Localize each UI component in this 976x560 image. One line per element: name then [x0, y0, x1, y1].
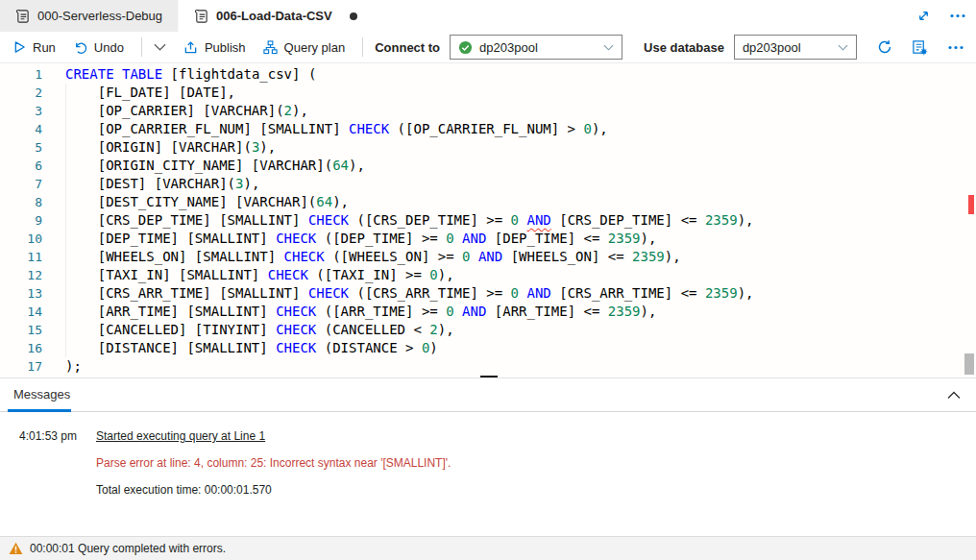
line-number: 11	[0, 248, 42, 266]
code-text: [OP_CARRIER] [VARCHAR](2),	[42, 102, 308, 120]
line-number: 15	[0, 321, 42, 339]
line-number: 5	[0, 138, 42, 157]
collapse-panel-chevron-up-icon[interactable]	[943, 384, 964, 405]
code-text: [DISTANCE] [SMALLINT] CHECK (DISTANCE > …	[42, 339, 438, 357]
refresh-icon[interactable]	[874, 37, 895, 58]
message-timestamp: 4:01:53 pm	[19, 429, 96, 443]
toolbar-right-actions	[909, 37, 966, 58]
tab-006-load-data-csv[interactable]: 006-Load-Data-CSV	[179, 0, 373, 32]
line-number: 4	[0, 120, 42, 138]
code-line[interactable]: 4 [OP_CARRIER_FL_NUM] [SMALLINT] CHECK (…	[0, 120, 976, 138]
line-number: 16	[0, 339, 42, 357]
expand-icon[interactable]	[913, 6, 934, 27]
code-line[interactable]: 11 [WHEELS_ON] [SMALLINT] CHECK ([WHEELS…	[0, 248, 976, 266]
sql-script-icon	[194, 9, 208, 24]
code-line[interactable]: 9 [CRS_DEP_TIME] [SMALLINT] CHECK ([CRS_…	[0, 211, 976, 230]
connected-check-icon	[458, 40, 473, 55]
use-database-dropdown[interactable]: dp203pool	[734, 35, 857, 60]
publish-label: Publish	[205, 40, 246, 55]
code-line[interactable]: 10 [DEP_TIME] [SMALLINT] CHECK ([DEP_TIM…	[0, 230, 976, 248]
message-row: Parse error at line: 4, column: 25: Inco…	[0, 456, 976, 483]
query-settings-icon[interactable]	[909, 37, 930, 58]
synapse-sql-editor-window: 000-Serverless-Debug 006-Load-Data-CSV R…	[0, 0, 976, 560]
more-run-options-dropdown[interactable]	[154, 43, 166, 51]
tab-messages[interactable]: Messages	[13, 387, 70, 402]
error-message-text: Parse error at line: 4, column: 25: Inco…	[96, 456, 451, 470]
messages-panel: Messages 4:01:53 pmStarted executing que…	[0, 378, 976, 536]
line-number: 2	[0, 84, 42, 102]
code-line[interactable]: 13 [CRS_ARR_TIME] [SMALLINT] CHECK ([CRS…	[0, 284, 976, 303]
code-line[interactable]: 2 [FL_DATE] [DATE],	[0, 84, 976, 102]
chevron-down-icon	[603, 44, 614, 51]
vertical-scrollbar-thumb[interactable]	[964, 353, 974, 375]
line-number: 9	[0, 211, 42, 230]
code-line[interactable]: 3 [OP_CARRIER] [VARCHAR](2),	[0, 102, 976, 120]
toolbar-separator	[362, 37, 363, 57]
status-bar: 00:00:01 Query completed with errors.	[0, 536, 976, 560]
code-text: [WHEELS_ON] [SMALLINT] CHECK ([WHEELS_ON…	[42, 248, 681, 266]
message-text[interactable]: Started executing query at Line 1	[96, 429, 265, 443]
more-actions-icon[interactable]	[947, 6, 968, 27]
code-text: [FL_DATE] [DATE],	[42, 84, 235, 102]
code-text: [CRS_DEP_TIME] [SMALLINT] CHECK ([CRS_DE…	[42, 211, 754, 230]
code-line[interactable]: 6 [ORIGIN_CITY_NAME] [VARCHAR](64),	[0, 157, 976, 175]
code-line[interactable]: 15 [CANCELLED] [TINYINT] CHECK (CANCELLE…	[0, 321, 976, 339]
code-text: [CANCELLED] [TINYINT] CHECK (CANCELLED <…	[42, 321, 454, 339]
line-number: 10	[0, 230, 42, 248]
line-number: 7	[0, 175, 42, 193]
active-tab-underline	[8, 409, 71, 412]
message-text: Total execution time: 00:00:01.570	[96, 483, 272, 497]
undo-button[interactable]: Undo	[73, 40, 124, 55]
query-plan-label: Query plan	[284, 40, 346, 55]
query-plan-button[interactable]: Query plan	[263, 40, 346, 55]
connect-to-label: Connect to	[375, 40, 440, 55]
code-line[interactable]: 14 [ARR_TIME] [SMALLINT] CHECK ([ARR_TIM…	[0, 303, 976, 321]
undo-label: Undo	[94, 40, 124, 55]
query-plan-icon	[263, 40, 278, 55]
code-line[interactable]: 17);	[0, 357, 976, 376]
status-text: 00:00:01 Query completed with errors.	[30, 542, 226, 555]
query-toolbar: Run Undo Publish Query plan Connect to	[0, 32, 976, 63]
code-text: [ORIGIN_CITY_NAME] [VARCHAR](64),	[42, 157, 365, 175]
code-lines: 1CREATE TABLE [flightdata_csv] (2 [FL_DA…	[0, 63, 976, 376]
unsaved-changes-dot-icon	[350, 12, 357, 20]
run-button[interactable]: Run	[13, 40, 56, 55]
code-line[interactable]: 8 [DEST_CITY_NAME] [VARCHAR](64),	[0, 193, 976, 211]
chevron-down-icon	[838, 44, 848, 51]
messages-header: Messages	[0, 378, 976, 412]
toolbar-separator	[141, 37, 142, 57]
code-text: [DEP_TIME] [SMALLINT] CHECK ([DEP_TIME] …	[42, 230, 656, 248]
code-text: [TAXI_IN] [SMALLINT] CHECK ([TAXI_IN] >=…	[42, 266, 454, 284]
tab-bar: 000-Serverless-Debug 006-Load-Data-CSV	[0, 0, 976, 32]
code-text: [ORIGIN] [VARCHAR](3),	[42, 138, 276, 157]
code-text: );	[42, 357, 82, 376]
code-text: [ARR_TIME] [SMALLINT] CHECK ([ARR_TIME] …	[42, 303, 656, 321]
overview-ruler-error-marker	[968, 195, 974, 214]
code-line[interactable]: 12 [TAXI_IN] [SMALLINT] CHECK ([TAXI_IN]…	[0, 266, 976, 284]
tab-label: 000-Serverless-Debug	[37, 9, 162, 23]
use-database-value: dp203pool	[743, 40, 801, 55]
more-toolbar-actions-icon[interactable]	[945, 37, 966, 58]
tab-000-serverless-debug[interactable]: 000-Serverless-Debug	[0, 0, 179, 32]
sql-code-editor[interactable]: 1CREATE TABLE [flightdata_csv] (2 [FL_DA…	[0, 63, 976, 378]
tab-bar-actions	[913, 0, 968, 32]
line-number: 3	[0, 102, 42, 120]
line-number: 6	[0, 157, 42, 175]
connect-to-dropdown[interactable]: dp203pool	[450, 35, 622, 60]
code-text: [CRS_ARR_TIME] [SMALLINT] CHECK ([CRS_AR…	[42, 284, 754, 303]
sql-script-icon	[15, 9, 30, 24]
publish-button[interactable]: Publish	[183, 40, 246, 55]
line-number: 1	[0, 65, 42, 84]
code-line[interactable]: 1CREATE TABLE [flightdata_csv] (	[0, 65, 976, 84]
code-line[interactable]: 16 [DISTANCE] [SMALLINT] CHECK (DISTANCE…	[0, 339, 976, 357]
undo-icon	[73, 40, 87, 55]
code-line[interactable]: 7 [DEST] [VARCHAR](3),	[0, 175, 976, 193]
use-database-label: Use database	[644, 40, 724, 55]
code-text: [DEST_CITY_NAME] [VARCHAR](64),	[42, 193, 349, 211]
code-text: [DEST] [VARCHAR](3),	[42, 175, 259, 193]
line-number: 12	[0, 266, 42, 284]
line-number: 14	[0, 303, 42, 321]
code-line[interactable]: 5 [ORIGIN] [VARCHAR](3),	[0, 138, 976, 157]
connect-to-value: dp203pool	[479, 40, 538, 55]
line-number: 8	[0, 193, 42, 211]
